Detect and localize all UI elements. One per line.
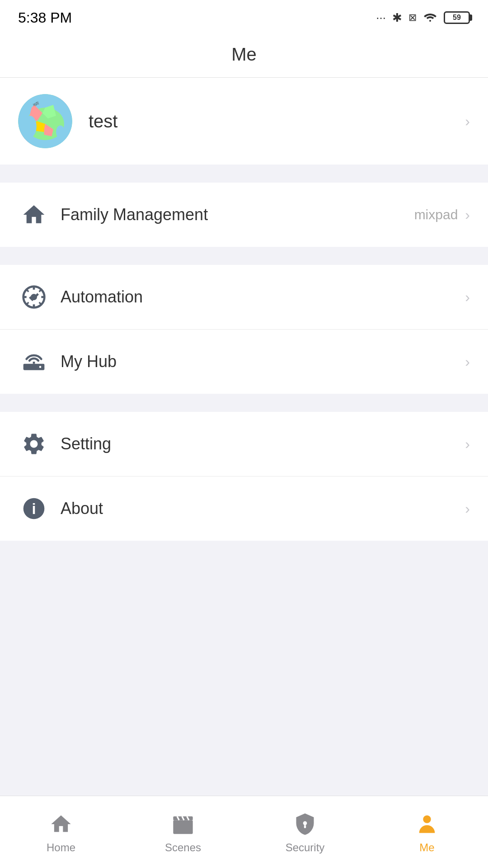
nav-item-home[interactable]: Home <box>0 811 122 854</box>
about-chevron: › <box>465 500 470 517</box>
my-hub-chevron: › <box>465 354 470 370</box>
family-management-badge: mixpad <box>414 207 458 222</box>
page-title: Me <box>0 44 488 65</box>
svg-point-8 <box>23 116 37 137</box>
gear-icon <box>18 428 50 460</box>
avatar: 地図 <box>18 94 72 148</box>
family-management-label: Family Management <box>50 205 414 224</box>
svg-point-25 <box>423 815 431 823</box>
hub-icon <box>18 346 50 377</box>
automation-icon <box>18 281 50 313</box>
nav-security-label: Security <box>286 841 325 854</box>
page-header: Me <box>0 32 488 78</box>
setting-label: Setting <box>50 434 465 453</box>
my-hub-label: My Hub <box>50 352 465 371</box>
empty-space <box>0 550 488 731</box>
setting-chevron: › <box>465 436 470 453</box>
status-time: 5:38 PM <box>18 9 72 26</box>
nav-scenes-icon <box>169 811 197 838</box>
automation-label: Automation <box>50 288 465 307</box>
menu-item-automation[interactable]: Automation › <box>0 265 488 330</box>
menu-item-about[interactable]: i About › <box>0 476 488 541</box>
nav-home-icon <box>47 811 75 838</box>
nav-item-security[interactable]: Security <box>244 811 366 854</box>
svg-point-9 <box>56 126 65 139</box>
profile-section[interactable]: 地図 test › <box>0 78 488 165</box>
nav-item-scenes[interactable]: Scenes <box>122 811 244 854</box>
profile-name: test <box>72 111 465 132</box>
home-icon <box>18 199 50 231</box>
svg-text:i: i <box>32 500 36 517</box>
wifi-icon <box>423 11 437 25</box>
section-divider-2 <box>0 256 488 265</box>
nav-item-me[interactable]: Me <box>366 811 488 854</box>
svg-rect-18 <box>173 820 192 834</box>
nav-security-icon <box>291 811 319 838</box>
nav-me-icon <box>413 811 441 838</box>
nav-me-label: Me <box>419 841 434 854</box>
svg-point-14 <box>39 366 42 368</box>
battery-icon: 59 <box>444 11 470 24</box>
menu-item-my-hub[interactable]: My Hub › <box>0 330 488 394</box>
info-icon: i <box>18 493 50 524</box>
automation-chevron: › <box>465 289 470 306</box>
menu-item-setting[interactable]: Setting › <box>0 412 488 476</box>
close-sim-icon: ⊠ <box>408 12 417 24</box>
menu-section-automation: Automation › My Hub › <box>0 265 488 394</box>
section-divider-1 <box>0 174 488 183</box>
nav-scenes-label: Scenes <box>165 841 201 854</box>
svg-rect-24 <box>304 825 306 828</box>
menu-section-settings: Setting › i About › <box>0 412 488 541</box>
profile-chevron: › <box>465 113 470 130</box>
section-divider-3 <box>0 403 488 412</box>
menu-section-family: Family Management mixpad › <box>0 183 488 247</box>
more-icon: ··· <box>376 11 386 25</box>
bluetooth-icon: ✱ <box>392 11 402 25</box>
status-bar: 5:38 PM ··· ✱ ⊠ 59 <box>0 0 488 32</box>
status-icons: ··· ✱ ⊠ 59 <box>376 11 470 25</box>
svg-point-0 <box>429 20 431 22</box>
menu-item-family-management[interactable]: Family Management mixpad › <box>0 183 488 247</box>
about-label: About <box>50 499 465 518</box>
svg-point-23 <box>303 821 307 825</box>
nav-home-label: Home <box>47 841 75 854</box>
family-management-chevron: › <box>465 207 470 223</box>
bottom-nav: Home Scenes Security <box>0 796 488 868</box>
